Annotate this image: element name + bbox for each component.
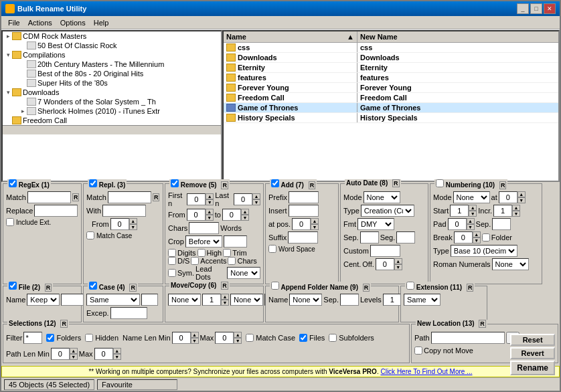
add-wordspace[interactable]	[268, 245, 276, 253]
regex-replace-input[interactable]	[34, 205, 78, 217]
newlocation-path-input[interactable]	[431, 332, 505, 344]
numbering-at-up[interactable]: ▲	[517, 191, 526, 197]
minimize-button[interactable]: _	[517, 3, 529, 14]
restore-button[interactable]: □	[530, 3, 542, 14]
add-suffix-input[interactable]	[288, 231, 318, 243]
remove-ds[interactable]	[168, 257, 176, 265]
regex-match-input[interactable]	[27, 191, 71, 203]
selections-matchcase[interactable]	[246, 334, 254, 342]
numbering-start-up[interactable]: ▲	[469, 205, 477, 211]
rename-button[interactable]: Rename	[510, 361, 555, 375]
selections-hidden[interactable]	[85, 334, 93, 342]
remove-lastn-down[interactable]: ▼	[252, 199, 260, 205]
repl-with-input[interactable]	[102, 205, 146, 217]
movecopy-down1[interactable]: ▼	[221, 300, 229, 306]
case-r-btn[interactable]: R	[129, 284, 137, 292]
autodate-r-btn[interactable]: R	[392, 179, 400, 187]
remove-none-select[interactable]: NoneNon	[227, 267, 260, 279]
add-r-btn[interactable]: R	[309, 181, 316, 189]
autodate-fmt-select[interactable]: DMYMDYYMD	[357, 218, 394, 230]
case-enable[interactable]	[89, 282, 97, 290]
numbering-pad-up[interactable]: ▲	[467, 218, 475, 224]
numbering-incr-up[interactable]: ▲	[512, 205, 520, 211]
file-name-select[interactable]: KeepFixed	[27, 294, 60, 306]
file-panel[interactable]: Name ▲ New Name css css Downloads Downlo…	[222, 30, 560, 182]
add-insert-input[interactable]	[289, 205, 319, 217]
remove-from-value[interactable]	[187, 209, 206, 221]
add-atpos-up[interactable]: ▲	[311, 218, 319, 224]
numbering-start-value[interactable]	[450, 205, 469, 217]
tree-node-downloads[interactable]: ▾ Downloads	[3, 88, 221, 97]
tree-hscrollbar[interactable]	[3, 125, 221, 134]
tree-node-cdm[interactable]: ▸ CDM Rock Masters	[3, 31, 221, 41]
autodate-seg-input[interactable]	[396, 231, 415, 243]
appendfolder-none-select[interactable]: None	[289, 294, 322, 306]
numbering-break-down[interactable]: ▼	[473, 237, 481, 243]
numbering-break-up[interactable]: ▲	[473, 231, 481, 237]
tree-node-best80s[interactable]: Best of the 80s - 20 Original Hits	[3, 69, 221, 78]
repl-enable[interactable]	[89, 179, 97, 187]
newlocation-r-btn[interactable]: R	[479, 320, 486, 328]
appendfolder-enable[interactable]	[271, 282, 279, 290]
add-prefix-input[interactable]	[289, 191, 319, 203]
remove-to-up[interactable]: ▲	[241, 209, 249, 215]
file-enable[interactable]	[9, 282, 17, 290]
file-row-eternity[interactable]: Eternity Eternity	[224, 63, 558, 73]
close-button[interactable]: ✕	[544, 3, 556, 14]
selections-namelen-min[interactable]	[172, 332, 191, 344]
autodate-off-up[interactable]: ▲	[394, 258, 402, 264]
remove-lastn-up[interactable]: ▲	[252, 193, 260, 199]
menu-file[interactable]: File	[4, 18, 24, 27]
tree-node-sherlock[interactable]: ▸ Sherlock Holmes (2010) - iTunes Extr	[3, 106, 221, 116]
numbering-break-value[interactable]	[454, 231, 473, 243]
selections-files[interactable]	[299, 334, 307, 342]
selections-r-btn[interactable]: R	[60, 320, 68, 328]
autodate-mode-select[interactable]: NonePrefixSuffix	[364, 191, 400, 203]
repl-from-up[interactable]: ▲	[129, 218, 137, 224]
repl-from-value[interactable]	[110, 218, 129, 230]
file-row-features[interactable]: features features	[224, 73, 558, 83]
numbering-type-select[interactable]: Base 10 (Decimal)	[451, 245, 517, 257]
remove-sym[interactable]	[168, 269, 176, 277]
repl-from-down[interactable]: ▼	[129, 224, 137, 230]
file-row-downloads[interactable]: Downloads Downloads	[224, 53, 558, 63]
remove-lastn-value[interactable]	[234, 193, 252, 205]
file-row-got[interactable]: Game of Thrones Game of Thrones	[224, 103, 558, 113]
remove-chars-input[interactable]	[189, 222, 219, 234]
numbering-mode-select[interactable]: NonePrefix	[453, 191, 490, 203]
col-header-newname[interactable]: New Name	[357, 31, 558, 42]
regex-enable[interactable]	[9, 179, 17, 187]
numbering-incr-down[interactable]: ▼	[512, 211, 520, 217]
numbering-incr-value[interactable]	[493, 205, 512, 217]
file-row-foreveryoung[interactable]: Forever Young Forever Young	[224, 83, 558, 93]
selections-pathlen-max[interactable]	[94, 348, 113, 360]
selections-pathlen-min[interactable]	[51, 348, 70, 360]
numbering-at-down[interactable]: ▼	[517, 197, 526, 203]
add-atpos-value[interactable]	[292, 218, 311, 230]
repl-match-case[interactable]	[86, 231, 94, 239]
remove-accents[interactable]	[191, 257, 199, 265]
selections-namelen-max[interactable]	[215, 332, 234, 344]
add-enable[interactable]	[271, 179, 279, 187]
numbering-at-value[interactable]	[499, 191, 517, 203]
numbering-pad-down[interactable]: ▼	[467, 224, 475, 230]
remove-to-value[interactable]	[222, 209, 241, 221]
numbering-sep-input[interactable]	[492, 218, 511, 230]
repl-match-input[interactable]	[108, 191, 151, 203]
case-same-select[interactable]: SameUpperLowerTitle	[86, 294, 140, 306]
autodate-sep-input[interactable]	[360, 231, 379, 243]
file-r-btn[interactable]: R	[45, 284, 52, 292]
newlocation-copy-not-move[interactable]	[414, 347, 422, 355]
remove-digits[interactable]	[168, 249, 176, 257]
add-atpos-down[interactable]: ▼	[311, 224, 319, 230]
case-excep-input[interactable]	[110, 307, 147, 319]
movecopy-spin1[interactable]	[202, 294, 221, 306]
menu-help[interactable]: Help	[90, 18, 113, 27]
remove-crop-select[interactable]: BeforeAfter	[185, 235, 222, 248]
remove-firstn-down[interactable]: ▼	[206, 199, 214, 205]
remove-chars2[interactable]	[228, 257, 236, 265]
remove-trim[interactable]	[223, 249, 231, 257]
numbering-folder[interactable]	[482, 233, 490, 241]
numbering-roman-select[interactable]: None	[492, 258, 529, 270]
tree-node-7wonders[interactable]: 7 Wonders of the Solar System _ Th	[3, 97, 221, 106]
